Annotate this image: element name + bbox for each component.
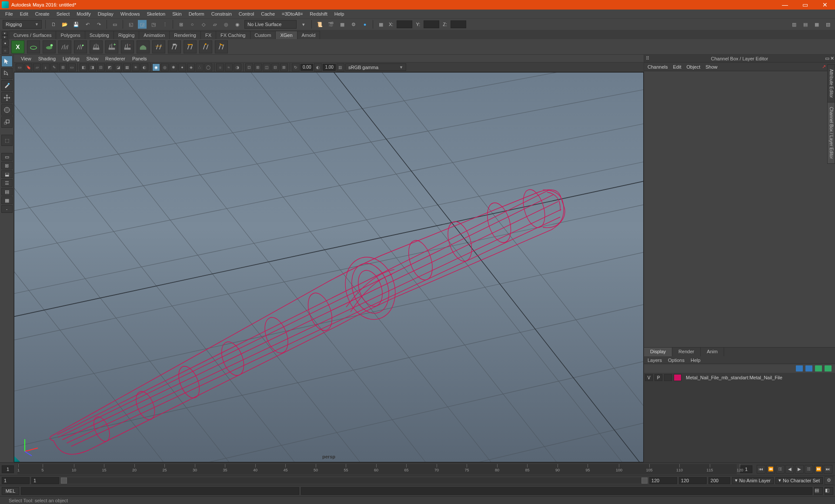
vp-color-icon[interactable]: ◑ — [234, 63, 241, 71]
shelf-tab-fx[interactable]: FX — [200, 31, 216, 39]
layout-two-h-icon[interactable]: ⬓ — [1, 170, 13, 178]
shelf-edit-icon[interactable]: ▾ — [2, 35, 8, 39]
shelf-icon-8[interactable]: - — [121, 40, 134, 53]
vp-fog-icon[interactable]: ≈ — [225, 63, 233, 71]
range-settings-icon[interactable]: ⚙ — [825, 476, 833, 485]
vp-bookmark-icon[interactable]: 🔖 — [24, 63, 32, 71]
vp-film-gate-icon[interactable]: ▭ — [68, 63, 76, 71]
range-end-inner[interactable]: 120 — [649, 477, 677, 484]
construction-history-icon[interactable]: 📜 — [315, 20, 324, 29]
snap-live-icon[interactable]: ◎ — [222, 20, 230, 29]
shelf-tab-sculpting[interactable]: Sculpting — [85, 31, 114, 39]
move-layer-up-icon[interactable] — [796, 365, 803, 371]
sidebar-toggle-2-icon[interactable]: ▤ — [801, 20, 810, 29]
cb-tab-show[interactable]: Show — [705, 64, 718, 70]
sidebar-toggle-1-icon[interactable]: ▥ — [790, 20, 798, 29]
vp-grease-icon[interactable]: ✎ — [50, 63, 58, 71]
viewport-3d[interactable]: persp — [14, 72, 644, 462]
shelf-tab-curvessurfaces[interactable]: Curves / Surfaces — [9, 31, 56, 39]
vp-multisample-icon[interactable]: ∴ — [196, 63, 204, 71]
menu-skeleton[interactable]: Skeleton — [143, 10, 169, 17]
shelf-tab-rigging[interactable]: Rigging — [114, 31, 139, 39]
vp-misc2-icon[interactable]: ⊞ — [254, 63, 262, 71]
layout-graph-icon[interactable]: ▦ — [1, 196, 13, 204]
step-back-key-icon[interactable]: ⏪ — [766, 465, 775, 474]
sidebar-toggle-4-icon[interactable]: ▧ — [824, 20, 832, 29]
vp-ao-icon[interactable]: ● — [178, 63, 186, 71]
new-layer-selected-icon[interactable] — [825, 365, 832, 371]
close-panel-icon[interactable]: ✕ — [830, 56, 834, 61]
range-end-outer[interactable]: 120 — [679, 477, 707, 484]
cmd-lang-label[interactable]: MEL — [2, 487, 19, 495]
shelf-icon-11[interactable] — [168, 40, 181, 53]
vp-exposure-icon[interactable]: ☼ — [216, 63, 224, 71]
range-handle-right[interactable] — [641, 477, 648, 484]
layer-menu-options[interactable]: Options — [668, 358, 685, 363]
shelf-icon-13[interactable] — [199, 40, 212, 53]
vp-grid-icon[interactable]: ⊞ — [59, 63, 67, 71]
menu-cache[interactable]: Cache — [257, 10, 278, 17]
shelf-menu-icon[interactable]: ▾ — [2, 31, 8, 35]
hypershade-icon[interactable]: ● — [361, 20, 369, 29]
play-fwd-icon[interactable]: ▶ — [795, 465, 804, 474]
shelf-icon-4[interactable] — [58, 40, 71, 53]
layer-menu-layers[interactable]: Layers — [648, 358, 662, 363]
anim-layer-dropdown[interactable]: ▾No Anim Layer — [732, 477, 774, 484]
menu-redshift[interactable]: Redshift — [306, 10, 331, 17]
vp-wireframe-icon[interactable]: ⊟ — [97, 63, 105, 71]
render-settings-icon[interactable]: ⚙ — [349, 20, 358, 29]
live-surface-dropdown[interactable]: No Live Surface — [244, 20, 297, 29]
vp-menu-view[interactable]: View — [17, 56, 35, 62]
cmd-btn2-icon[interactable]: ◧ — [825, 487, 833, 495]
cmd-input[interactable] — [21, 487, 299, 495]
snap-curve-icon[interactable]: ○ — [188, 20, 197, 29]
go-start-icon[interactable]: ⏮ — [757, 465, 765, 474]
snap-view-icon[interactable]: ◉ — [233, 20, 242, 29]
range-fps[interactable]: 200 — [708, 477, 730, 484]
vp-reload-icon[interactable]: ↻ — [292, 63, 300, 71]
vp-gate-mask-icon[interactable]: ◨ — [88, 63, 96, 71]
vp-misc3-icon[interactable]: ◫ — [263, 63, 271, 71]
range-start-inner[interactable]: 1 — [31, 477, 59, 484]
shelf-icon-14[interactable] — [215, 40, 228, 53]
shelf-tab-polygons[interactable]: Polygons — [56, 31, 85, 39]
layer-color-swatch[interactable] — [674, 374, 681, 381]
step-fwd-key-icon[interactable]: ⏩ — [814, 465, 823, 474]
layout-persp-icon[interactable]: ▤ — [1, 188, 13, 196]
menu-help[interactable]: Help — [331, 10, 348, 17]
shelf-icon-10[interactable] — [152, 40, 165, 53]
minimize-panel-icon[interactable]: ▭ — [825, 56, 829, 61]
vp-shaded-icon[interactable]: ◩ — [106, 63, 114, 71]
xgen-shelf-icon[interactable]: X — [11, 40, 24, 53]
sidebar-toggle-3-icon[interactable]: ▦ — [812, 20, 821, 29]
shelf-icon-3[interactable] — [43, 40, 56, 53]
new-scene-icon[interactable]: 🗋 — [49, 20, 58, 29]
layout-outliner-icon[interactable]: ☰ — [1, 179, 13, 187]
layer-tab-render[interactable]: Render — [672, 348, 701, 356]
redo-icon[interactable]: ↷ — [94, 20, 103, 29]
select-tool[interactable] — [1, 56, 13, 67]
maximize-button[interactable]: ▭ — [795, 0, 815, 10]
manip-icon[interactable]: ↗ — [822, 64, 826, 70]
select-hierarchy-icon[interactable]: ◱ — [127, 20, 135, 29]
layer-playback[interactable]: P — [655, 374, 662, 381]
vp-misc1-icon[interactable]: ⊡ — [245, 63, 253, 71]
menu-skin[interactable]: Skin — [169, 10, 185, 17]
shelf-icon-7[interactable]: + — [105, 40, 118, 53]
paint-select-tool[interactable] — [1, 80, 13, 91]
module-selector[interactable]: Rigging ▼ — [3, 20, 42, 29]
vp-menu-shading[interactable]: Shading — [35, 56, 59, 62]
edge-tab-attributeeditor[interactable]: Attribute Editor — [827, 64, 835, 103]
vp-resolution-icon[interactable]: ◧ — [80, 63, 87, 71]
cb-tab-edit[interactable]: Edit — [673, 64, 681, 70]
y-field[interactable] — [424, 20, 439, 28]
menu-edit[interactable]: Edit — [17, 10, 32, 17]
shelf-tab-fxcaching[interactable]: FX Caching — [216, 31, 250, 39]
shelf-btn-1-icon[interactable]: ● — [2, 40, 9, 46]
vp-menu-show[interactable]: Show — [83, 56, 102, 62]
layout-custom-icon[interactable]: - — [1, 205, 13, 213]
vp-gamma-field[interactable]: 1.00 — [323, 64, 335, 71]
shelf-tab-arnold[interactable]: Arnold — [297, 31, 321, 39]
vp-view-transform-icon[interactable]: ▥ — [337, 63, 344, 71]
menu-constrain[interactable]: Constrain — [208, 10, 235, 17]
